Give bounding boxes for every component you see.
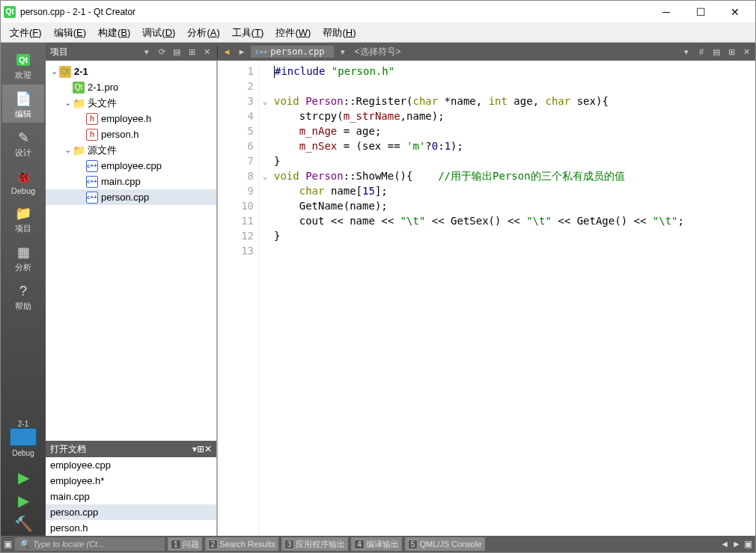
code-line-7[interactable]: } xyxy=(274,153,755,168)
open-docs-list[interactable]: employee.cppemployee.h*main.cppperson.cp… xyxy=(46,457,216,536)
tree-project[interactable]: ⌄Qt2-1 xyxy=(46,64,216,79)
mode-编辑[interactable]: 📄编辑 xyxy=(2,85,44,123)
run-icon: ▶ xyxy=(11,468,35,487)
code-line-6[interactable]: m_nSex = (sex == 'm'?0:1); xyxy=(274,138,755,153)
code-line-2[interactable] xyxy=(274,79,755,94)
open-doc-employee.h*[interactable]: employee.h* xyxy=(46,473,216,489)
mode-label: 帮助 xyxy=(15,301,31,312)
filter-icon[interactable]: ▾ xyxy=(141,46,153,58)
menu-d[interactable]: 调试(D) xyxy=(136,25,181,41)
mode-欢迎[interactable]: Qt欢迎 xyxy=(2,46,44,84)
kit-selector[interactable]: 2-1Debug xyxy=(2,414,44,460)
open-docs-split-icon[interactable]: ⊞ xyxy=(197,444,204,454)
locator-input[interactable]: 🔍 Type to locate (Ct... xyxy=(15,537,165,551)
open-doc-person.h[interactable]: person.h xyxy=(46,520,216,536)
code-line-1[interactable]: #include "person.h" xyxy=(274,64,755,79)
tree-file-person.h[interactable]: hperson.h xyxy=(46,126,216,142)
fold-icon xyxy=(259,123,271,138)
code-line-10[interactable]: GetName(name); xyxy=(274,198,755,213)
project-combo[interactable]: 项目 xyxy=(50,46,138,58)
symbol-combo[interactable]: <选择符号> xyxy=(352,46,677,58)
mode-Debug[interactable]: 🐞Debug xyxy=(2,162,44,198)
expand-icon[interactable]: ⌄ xyxy=(49,67,59,76)
close-status-icon[interactable]: ▣ xyxy=(744,539,752,549)
tree-file-person.cpp[interactable]: c++person.cpp xyxy=(46,189,216,205)
code-line-3[interactable]: void Person::Register(char *name, int ag… xyxy=(274,94,755,109)
code-editor[interactable]: 12345678910111213 ⌄⌄ #include "person.h"… xyxy=(218,61,755,536)
run-button[interactable]: ▶ xyxy=(2,466,44,489)
cpp-icon: c++ xyxy=(86,176,98,188)
mode-设计[interactable]: ✎设计 xyxy=(2,123,44,162)
open-doc-person.cpp[interactable]: person.cpp xyxy=(46,504,216,520)
menu-t[interactable]: 工具(T) xyxy=(226,25,270,41)
code-line-9[interactable]: char name[15]; xyxy=(274,183,755,198)
code-line-5[interactable]: m_nAge = age; xyxy=(274,123,755,138)
menu-e[interactable]: 编辑(E) xyxy=(48,25,92,41)
fold-column[interactable]: ⌄⌄ xyxy=(259,61,271,536)
code-line-13[interactable] xyxy=(274,243,755,258)
code-area[interactable]: #include "person.h"void Person::Register… xyxy=(271,61,755,536)
expand-icon[interactable]: ⌄ xyxy=(62,98,73,108)
menu-h[interactable]: 帮助(H) xyxy=(317,25,362,41)
fold-icon xyxy=(259,153,271,168)
prev-issue-icon[interactable]: ◄ xyxy=(720,539,729,549)
code-line-11[interactable]: cout << name << "\t" << GetSex() << "\t"… xyxy=(274,213,755,228)
tree-headers-folder[interactable]: ⌄📁头文件 xyxy=(46,95,216,111)
mode-分析[interactable]: ▦分析 xyxy=(2,238,44,276)
mode-帮助[interactable]: ?帮助 xyxy=(2,277,44,315)
cpp-icon: c++ xyxy=(86,160,98,172)
output-1[interactable]: 1问题 xyxy=(168,537,202,551)
cpp-tab-icon: c++ xyxy=(255,48,267,55)
menu-a[interactable]: 分析(A) xyxy=(181,25,225,41)
tree-file-employee.h[interactable]: hemployee.h xyxy=(46,111,216,126)
fold-icon xyxy=(259,109,271,123)
menu-f[interactable]: 文件(F) xyxy=(4,25,48,41)
output-3[interactable]: 3应用程序输出 xyxy=(281,537,349,551)
filter2-icon[interactable]: ▤ xyxy=(171,46,183,58)
close-button[interactable]: ✕ xyxy=(718,1,752,23)
fold-icon xyxy=(259,243,271,258)
output-4[interactable]: 4编译输出 xyxy=(351,537,402,551)
sync-icon[interactable]: ⟳ xyxy=(156,46,168,58)
build-icon: 🔨 xyxy=(11,514,35,534)
split-editor-icon[interactable]: ▤ xyxy=(710,46,722,58)
output-5[interactable]: 5QML/JS Console xyxy=(405,537,485,551)
split-icon[interactable]: ⊞ xyxy=(186,46,198,58)
open-doc-employee.cpp[interactable]: employee.cpp xyxy=(46,457,216,473)
open-doc-main.cpp[interactable]: main.cpp xyxy=(46,489,216,504)
output-2[interactable]: 2Search Results xyxy=(205,537,278,551)
symbol-dropdown-icon[interactable]: ▾ xyxy=(680,46,692,58)
close-pane-icon[interactable]: ✕ xyxy=(201,46,213,58)
output-toggle-icon[interactable]: ▣ xyxy=(4,539,12,549)
code-line-8[interactable]: void Person::ShowMe(){ //用于输出Person的三个私有… xyxy=(274,168,755,183)
tree-label: employee.cpp xyxy=(101,160,162,171)
file-dropdown-icon[interactable]: ▾ xyxy=(337,46,349,58)
tree-file-employee.cpp[interactable]: c++employee.cpp xyxy=(46,158,216,174)
menu-w[interactable]: 控件(W) xyxy=(269,25,317,41)
mode-label: 欢迎 xyxy=(15,70,31,81)
nav-back-icon[interactable]: ◄ xyxy=(221,46,233,58)
tree-pro-file[interactable]: Qt2-1.pro xyxy=(46,79,216,95)
next-issue-icon[interactable]: ► xyxy=(732,539,741,549)
maximize-button[interactable]: ☐ xyxy=(683,1,718,23)
project-tree[interactable]: ⌄Qt2-1Qt2-1.pro⌄📁头文件hemployee.hhperson.h… xyxy=(46,61,216,441)
close-editor-icon[interactable]: ✕ xyxy=(740,46,752,58)
cpp-icon: c++ xyxy=(86,192,98,204)
file-tab[interactable]: c++ person.cpp xyxy=(251,46,334,58)
tree-sources-folder[interactable]: ⌄📁源文件 xyxy=(46,142,216,158)
expand-icon[interactable]: ⌄ xyxy=(62,145,73,155)
split-add-icon[interactable]: ⊞ xyxy=(725,46,737,58)
tree-file-main.cpp[interactable]: c++main.cpp xyxy=(46,174,216,189)
run-debug-button[interactable]: ▶ xyxy=(2,489,44,512)
nav-fwd-icon[interactable]: ► xyxy=(236,46,248,58)
mode-项目[interactable]: 📁项目 xyxy=(2,199,44,237)
code-line-4[interactable]: strcpy(m_strName,name); xyxy=(274,109,755,123)
mode-sidebar: Qt欢迎📄编辑✎设计🐞Debug📁项目▦分析?帮助2-1Debug▶▶🔨 xyxy=(1,43,46,536)
fold-icon[interactable]: ⌄ xyxy=(259,94,271,109)
build-button[interactable]: 🔨 xyxy=(2,513,44,535)
open-docs-close-icon[interactable]: ✕ xyxy=(204,444,212,454)
code-line-12[interactable]: } xyxy=(274,228,755,243)
menu-b[interactable]: 构建(B) xyxy=(92,25,136,41)
fold-icon[interactable]: ⌄ xyxy=(259,168,271,183)
minimize-button[interactable]: ─ xyxy=(649,1,683,23)
